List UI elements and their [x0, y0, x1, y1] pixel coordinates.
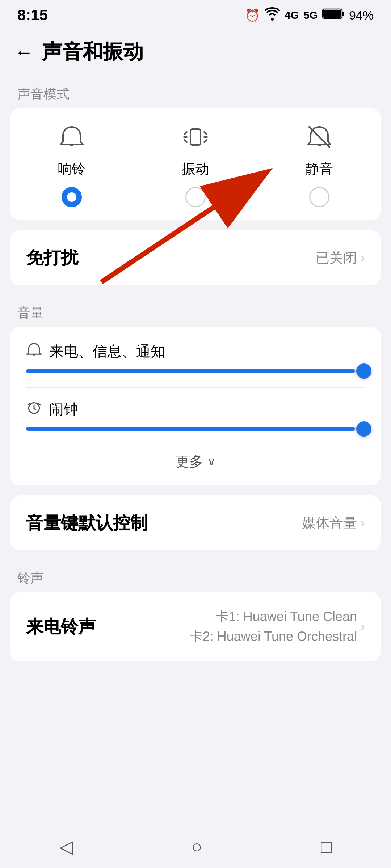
ringtone-title: 来电铃声	[26, 615, 96, 638]
dnd-title: 免打扰	[26, 246, 78, 269]
volume-alarm-row: 闹钟	[26, 399, 365, 431]
sound-mode-ring[interactable]: 响铃	[10, 108, 134, 220]
svg-line-6	[185, 140, 187, 142]
svg-line-7	[204, 132, 206, 134]
signal-4g-icon: 4G	[285, 9, 299, 21]
vibrate-label: 振动	[182, 160, 209, 178]
more-label: 更多	[176, 452, 203, 471]
vibrate-radio[interactable]	[185, 187, 206, 207]
alarm-volume-icon	[26, 400, 42, 419]
volume-section-label: 音量	[0, 295, 391, 327]
volume-key-title: 音量键默认控制	[26, 511, 148, 535]
ring-label: 响铃	[58, 160, 85, 178]
ringtone-section-label: 铃声	[0, 561, 391, 592]
volume-key-status-text: 媒体音量	[302, 514, 357, 532]
back-button[interactable]: ←	[14, 43, 33, 61]
ringtone-line-1: 卡1: Huawei Tune Clean	[216, 608, 357, 626]
alarm-icon: ⏰	[245, 8, 260, 22]
page-header: ← 声音和振动	[0, 27, 391, 77]
dnd-status: 已关闭 ›	[316, 249, 365, 267]
status-icons: ⏰ 4G 5G 94%	[245, 7, 374, 24]
svg-rect-2	[323, 10, 341, 18]
alarm-volume-label: 闹钟	[49, 399, 78, 419]
ringtone-info: 卡1: Huawei Tune Clean 卡2: Huawei Tune Or…	[190, 608, 357, 646]
signal-5g-icon: 5G	[303, 9, 318, 21]
bottom-nav: ◁ ○ □	[0, 825, 391, 868]
svg-line-9	[204, 140, 206, 142]
dnd-row[interactable]: 免打扰 已关闭 ›	[10, 230, 381, 285]
svg-rect-3	[190, 129, 201, 145]
recent-nav-button[interactable]: □	[299, 829, 353, 864]
volume-key-status: 媒体音量 ›	[302, 514, 365, 532]
call-volume-slider[interactable]	[26, 369, 365, 373]
svg-rect-1	[342, 12, 344, 16]
ring-icon	[59, 124, 85, 154]
back-nav-button[interactable]: ◁	[38, 829, 95, 864]
call-volume-icon	[26, 342, 42, 361]
dnd-chevron: ›	[361, 250, 365, 265]
svg-line-4	[185, 132, 187, 134]
battery-percent: 94%	[349, 8, 374, 22]
battery-icon	[322, 8, 345, 23]
ringtone-card[interactable]: 来电铃声 卡1: Huawei Tune Clean 卡2: Huawei Tu…	[10, 592, 381, 661]
home-nav-button[interactable]: ○	[170, 829, 224, 864]
silent-radio[interactable]	[309, 187, 329, 207]
sound-mode-card: 响铃 振动	[10, 108, 381, 220]
ringtone-chevron: ›	[361, 619, 365, 634]
sound-mode-section-label: 声音模式	[0, 77, 391, 108]
status-time: 8:15	[17, 7, 48, 24]
ringtone-line-2: 卡2: Huawei Tune Orchestral	[190, 628, 357, 646]
sound-mode-vibrate[interactable]: 振动	[134, 108, 258, 220]
ringtone-row-right: 卡1: Huawei Tune Clean 卡2: Huawei Tune Or…	[190, 608, 365, 646]
more-volume-button[interactable]: 更多 ∨	[26, 445, 365, 478]
silent-label: 静音	[306, 160, 333, 178]
volume-card: 来电、信息、通知	[10, 327, 381, 485]
volume-call-row: 来电、信息、通知	[26, 341, 365, 373]
volume-key-chevron: ›	[361, 515, 365, 531]
sound-mode-silent[interactable]: 静音	[257, 108, 381, 220]
ring-radio[interactable]	[62, 187, 82, 207]
silent-icon	[306, 124, 332, 154]
page-title: 声音和振动	[42, 38, 143, 66]
dnd-status-text: 已关闭	[316, 249, 357, 267]
call-volume-label: 来电、信息、通知	[49, 341, 165, 361]
wifi-icon	[264, 7, 280, 24]
volume-key-card[interactable]: 音量键默认控制 媒体音量 ›	[10, 495, 381, 550]
status-bar: 8:15 ⏰ 4G 5G 94%	[0, 0, 391, 27]
dnd-card[interactable]: 免打扰 已关闭 ›	[10, 230, 381, 285]
vibrate-icon	[182, 124, 209, 154]
alarm-volume-slider[interactable]	[26, 427, 365, 431]
more-chevron-icon: ∨	[207, 455, 215, 468]
